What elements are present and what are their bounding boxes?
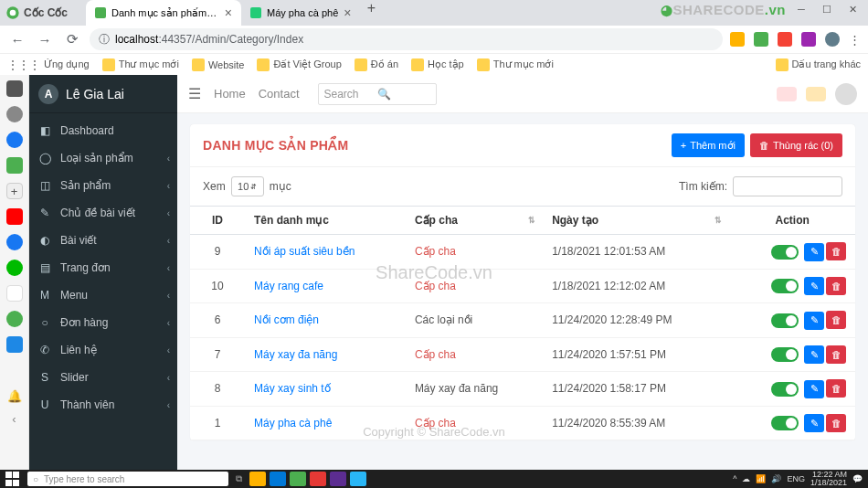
- cloud-icon[interactable]: ☁: [742, 474, 750, 483]
- sidebar-icon[interactable]: [6, 311, 23, 327]
- search-input[interactable]: Search 🔍: [318, 83, 437, 105]
- sidebar-item[interactable]: UThành viên‹: [29, 391, 177, 419]
- chat-icon[interactable]: [806, 87, 826, 101]
- avatar[interactable]: [835, 83, 857, 105]
- category-link[interactable]: Nồi áp suất siêu bền: [254, 245, 355, 258]
- tray-up-icon[interactable]: ^: [733, 474, 736, 483]
- sidebar-item[interactable]: MMenu‹: [29, 281, 177, 309]
- sidebar-icon[interactable]: [6, 80, 23, 97]
- col-name[interactable]: Tên danh mục: [245, 207, 406, 235]
- taskbar-app-icon[interactable]: [330, 472, 346, 486]
- taskbar-app-icon[interactable]: [249, 472, 266, 486]
- task-view-icon[interactable]: ⧉: [236, 473, 242, 484]
- wifi-icon[interactable]: 📶: [756, 474, 766, 483]
- delete-button[interactable]: 🗑: [826, 414, 846, 432]
- extension-icon[interactable]: [754, 32, 768, 47]
- extension-icon[interactable]: [730, 32, 745, 47]
- collapse-icon[interactable]: ‹: [12, 412, 16, 426]
- new-tab-button[interactable]: +: [360, 0, 382, 26]
- page-length-select[interactable]: 10 ⇵: [231, 176, 264, 196]
- edit-button[interactable]: ✎: [804, 414, 824, 432]
- messenger-icon[interactable]: [6, 132, 23, 148]
- flag-icon[interactable]: [777, 87, 797, 101]
- notifications-icon[interactable]: 💬: [852, 474, 863, 483]
- bookmark-item[interactable]: Đất Việt Group: [257, 58, 341, 71]
- category-link[interactable]: Máy xay đa năng: [254, 348, 337, 361]
- extension-icon[interactable]: [801, 32, 816, 47]
- toggle-switch[interactable]: [771, 416, 799, 430]
- trash-button[interactable]: 🗑 Thùng rác (0): [750, 133, 842, 157]
- browser-tab[interactable]: Máy pha cà phê ×: [241, 0, 360, 26]
- col-id[interactable]: ID: [190, 207, 245, 235]
- category-link[interactable]: Máy xay sinh tố: [254, 382, 331, 395]
- delete-button[interactable]: 🗑: [826, 242, 846, 260]
- sidebar-item[interactable]: ◯Loại sản phẩm‹: [29, 144, 177, 172]
- toggle-switch[interactable]: [771, 313, 799, 328]
- col-date[interactable]: Ngày tạo⇅: [543, 207, 729, 235]
- address-bar[interactable]: ⓘ localhost:44357/Admin/Category/Index: [90, 28, 723, 50]
- window-close[interactable]: ✕: [841, 0, 864, 18]
- menu-icon[interactable]: ⋮: [849, 33, 861, 47]
- menu-toggle-icon[interactable]: ☰: [188, 85, 201, 102]
- edit-button[interactable]: ✎: [804, 277, 824, 295]
- edit-button[interactable]: ✎: [804, 345, 824, 364]
- browser-tab-active[interactable]: Danh mục sản phẩm - Quản ... ×: [86, 0, 241, 26]
- bookmark-item[interactable]: Thư mục mới: [477, 58, 554, 71]
- bookmark-item[interactable]: Website: [192, 58, 245, 71]
- edit-button[interactable]: ✎: [804, 312, 824, 330]
- nav-contact[interactable]: Contact: [259, 87, 300, 101]
- sidebar-item[interactable]: ◧Dashboard: [29, 117, 177, 144]
- delete-button[interactable]: 🗑: [826, 311, 846, 329]
- window-minimize[interactable]: ─: [789, 0, 813, 18]
- facebook-icon[interactable]: [6, 234, 23, 250]
- taskbar-app-icon[interactable]: [290, 472, 306, 486]
- volume-icon[interactable]: 🔊: [771, 474, 781, 483]
- close-icon[interactable]: ×: [344, 5, 351, 20]
- sidebar-item[interactable]: ◫Sản phẩm‹: [29, 172, 177, 199]
- sidebar-item[interactable]: ◐Bài viết‹: [29, 227, 177, 254]
- apps-button[interactable]: ⋮⋮⋮Ứng dụng: [7, 58, 90, 71]
- add-button[interactable]: + Thêm mới: [672, 133, 745, 157]
- bookmark-item[interactable]: Học tập: [411, 58, 464, 71]
- toggle-switch[interactable]: [771, 347, 799, 362]
- bookmark-item[interactable]: Thư mục mới: [102, 58, 179, 71]
- toggle-switch[interactable]: [771, 245, 799, 260]
- brand[interactable]: A Lê Gia Lai: [29, 75, 177, 113]
- edit-button[interactable]: ✎: [804, 380, 824, 398]
- delete-button[interactable]: 🗑: [826, 379, 846, 398]
- sidebar-item[interactable]: ○Đơn hàng‹: [29, 309, 177, 336]
- extension-icon[interactable]: [778, 32, 792, 47]
- sidebar-icon[interactable]: [6, 260, 23, 276]
- windows-search[interactable]: ○ Type here to search: [27, 472, 228, 486]
- taskbar-app-icon[interactable]: [270, 472, 286, 486]
- delete-button[interactable]: 🗑: [826, 345, 846, 364]
- other-bookmarks[interactable]: Dấu trang khác: [776, 58, 861, 71]
- nav-home[interactable]: Home: [214, 87, 246, 101]
- sidebar-icon[interactable]: [6, 285, 23, 302]
- sidebar-item[interactable]: ✆Liên hệ‹: [29, 336, 177, 364]
- sidebar-icon[interactable]: [6, 157, 23, 174]
- bell-icon[interactable]: 🔔: [7, 389, 22, 403]
- edit-button[interactable]: ✎: [804, 243, 824, 261]
- bookmark-item[interactable]: Đồ án: [355, 58, 398, 71]
- col-parent[interactable]: Cấp cha⇅: [406, 207, 543, 235]
- start-button[interactable]: [5, 472, 20, 486]
- forward-button[interactable]: →: [35, 29, 55, 49]
- toggle-switch[interactable]: [771, 382, 799, 397]
- profile-icon[interactable]: [825, 32, 840, 47]
- reload-button[interactable]: ⟳: [62, 29, 82, 49]
- close-icon[interactable]: ×: [225, 5, 232, 20]
- lang-indicator[interactable]: ENG: [787, 474, 805, 483]
- category-link[interactable]: Máy pha cà phê: [254, 417, 332, 430]
- sidebar-item[interactable]: ✎Chủ đề bài viết‹: [29, 199, 177, 227]
- table-search-input[interactable]: [733, 176, 842, 196]
- sidebar-item[interactable]: SSlider‹: [29, 364, 177, 391]
- taskbar-app-icon[interactable]: [350, 472, 366, 486]
- category-link[interactable]: Nồi cơm điện: [254, 313, 319, 326]
- toggle-switch[interactable]: [771, 279, 799, 293]
- sidebar-icon[interactable]: [6, 106, 23, 122]
- window-maximize[interactable]: ☐: [815, 0, 839, 18]
- sidebar-icon[interactable]: [6, 336, 23, 353]
- taskbar-app-icon[interactable]: [310, 472, 326, 486]
- clock[interactable]: 12:22 AM1/18/2021: [810, 471, 847, 487]
